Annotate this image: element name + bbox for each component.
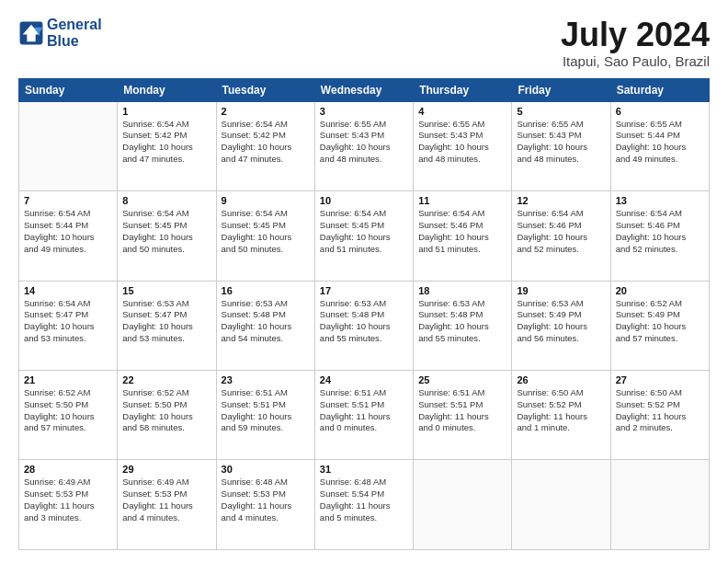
day-number: 21: [24, 374, 112, 385]
day-number: 29: [122, 464, 210, 475]
logo-text-line1: General: [47, 17, 102, 33]
day-info: Sunrise: 6:54 AM Sunset: 5:46 PM Dayligh…: [418, 208, 506, 255]
day-info: Sunrise: 6:54 AM Sunset: 5:42 PM Dayligh…: [122, 119, 210, 166]
table-row: 27Sunrise: 6:50 AM Sunset: 5:52 PM Dayli…: [610, 371, 709, 460]
day-number: 28: [24, 464, 112, 475]
table-row: 29Sunrise: 6:49 AM Sunset: 5:53 PM Dayli…: [118, 460, 216, 550]
col-saturday: Saturday: [610, 78, 709, 101]
day-number: 18: [418, 285, 506, 296]
table-row: 5Sunrise: 6:55 AM Sunset: 5:43 PM Daylig…: [512, 101, 610, 190]
day-number: 23: [222, 374, 310, 385]
table-row: 12Sunrise: 6:54 AM Sunset: 5:46 PM Dayli…: [512, 191, 610, 281]
day-number: 3: [320, 106, 408, 117]
day-info: Sunrise: 6:53 AM Sunset: 5:48 PM Dayligh…: [418, 298, 506, 345]
day-info: Sunrise: 6:50 AM Sunset: 5:52 PM Dayligh…: [517, 387, 605, 434]
day-info: Sunrise: 6:52 AM Sunset: 5:50 PM Dayligh…: [24, 387, 112, 434]
day-info: Sunrise: 6:48 AM Sunset: 5:53 PM Dayligh…: [222, 477, 310, 523]
day-number: 26: [517, 374, 605, 385]
day-number: 24: [320, 374, 408, 385]
day-info: Sunrise: 6:51 AM Sunset: 5:51 PM Dayligh…: [320, 387, 408, 434]
table-row: [610, 460, 709, 550]
day-info: Sunrise: 6:51 AM Sunset: 5:51 PM Dayligh…: [418, 387, 506, 434]
day-number: 7: [24, 195, 112, 206]
table-row: 23Sunrise: 6:51 AM Sunset: 5:51 PM Dayli…: [216, 371, 314, 460]
day-number: 9: [222, 195, 310, 206]
col-sunday: Sunday: [19, 78, 118, 101]
day-number: 25: [418, 374, 506, 385]
table-row: 8Sunrise: 6:54 AM Sunset: 5:45 PM Daylig…: [118, 191, 216, 281]
day-info: Sunrise: 6:52 AM Sunset: 5:49 PM Dayligh…: [616, 298, 704, 345]
col-wednesday: Wednesday: [314, 78, 413, 101]
table-row: 24Sunrise: 6:51 AM Sunset: 5:51 PM Dayli…: [314, 371, 413, 460]
day-info: Sunrise: 6:50 AM Sunset: 5:52 PM Dayligh…: [616, 387, 704, 434]
day-info: Sunrise: 6:54 AM Sunset: 5:45 PM Dayligh…: [122, 208, 210, 255]
day-info: Sunrise: 6:54 AM Sunset: 5:44 PM Dayligh…: [24, 208, 112, 255]
logo-icon: [18, 20, 44, 46]
day-number: 20: [616, 285, 704, 296]
day-number: 5: [517, 106, 605, 117]
table-row: 30Sunrise: 6:48 AM Sunset: 5:53 PM Dayli…: [216, 460, 314, 550]
col-tuesday: Tuesday: [216, 78, 314, 101]
table-row: 2Sunrise: 6:54 AM Sunset: 5:42 PM Daylig…: [216, 101, 314, 190]
day-number: 1: [122, 106, 210, 117]
day-number: 31: [320, 464, 408, 475]
table-row: 18Sunrise: 6:53 AM Sunset: 5:48 PM Dayli…: [414, 281, 512, 370]
day-info: Sunrise: 6:53 AM Sunset: 5:49 PM Dayligh…: [517, 298, 605, 345]
table-row: [19, 101, 118, 190]
day-number: 10: [320, 195, 408, 206]
col-friday: Friday: [512, 78, 610, 101]
table-row: 31Sunrise: 6:48 AM Sunset: 5:54 PM Dayli…: [314, 460, 413, 550]
header: General Blue July 2024 Itapui, Sao Paulo…: [18, 17, 710, 69]
day-info: Sunrise: 6:54 AM Sunset: 5:45 PM Dayligh…: [320, 208, 408, 255]
col-thursday: Thursday: [414, 78, 512, 101]
day-info: Sunrise: 6:54 AM Sunset: 5:42 PM Dayligh…: [222, 119, 310, 166]
table-row: 21Sunrise: 6:52 AM Sunset: 5:50 PM Dayli…: [19, 371, 118, 460]
day-number: 30: [222, 464, 310, 475]
page-title: July 2024: [561, 17, 710, 53]
table-row: 15Sunrise: 6:53 AM Sunset: 5:47 PM Dayli…: [118, 281, 216, 370]
day-info: Sunrise: 6:55 AM Sunset: 5:44 PM Dayligh…: [616, 119, 704, 166]
day-number: 4: [418, 106, 506, 117]
table-row: 9Sunrise: 6:54 AM Sunset: 5:45 PM Daylig…: [216, 191, 314, 281]
day-info: Sunrise: 6:53 AM Sunset: 5:47 PM Dayligh…: [122, 298, 210, 345]
table-row: [414, 460, 512, 550]
table-row: 14Sunrise: 6:54 AM Sunset: 5:47 PM Dayli…: [19, 281, 118, 370]
day-number: 27: [616, 374, 704, 385]
table-row: 4Sunrise: 6:55 AM Sunset: 5:43 PM Daylig…: [414, 101, 512, 190]
table-row: 3Sunrise: 6:55 AM Sunset: 5:43 PM Daylig…: [314, 101, 413, 190]
table-row: 25Sunrise: 6:51 AM Sunset: 5:51 PM Dayli…: [414, 371, 512, 460]
day-number: 15: [122, 285, 210, 296]
table-row: 7Sunrise: 6:54 AM Sunset: 5:44 PM Daylig…: [19, 191, 118, 281]
table-row: 10Sunrise: 6:54 AM Sunset: 5:45 PM Dayli…: [314, 191, 413, 281]
day-info: Sunrise: 6:54 AM Sunset: 5:46 PM Dayligh…: [616, 208, 704, 255]
table-row: 19Sunrise: 6:53 AM Sunset: 5:49 PM Dayli…: [512, 281, 610, 370]
day-number: 2: [222, 106, 310, 117]
calendar-header-row: Sunday Monday Tuesday Wednesday Thursday…: [19, 78, 710, 101]
day-info: Sunrise: 6:54 AM Sunset: 5:45 PM Dayligh…: [222, 208, 310, 255]
day-number: 12: [517, 195, 605, 206]
day-info: Sunrise: 6:49 AM Sunset: 5:53 PM Dayligh…: [24, 477, 112, 523]
day-info: Sunrise: 6:55 AM Sunset: 5:43 PM Dayligh…: [517, 119, 605, 166]
day-info: Sunrise: 6:52 AM Sunset: 5:50 PM Dayligh…: [122, 387, 210, 434]
table-row: 20Sunrise: 6:52 AM Sunset: 5:49 PM Dayli…: [610, 281, 709, 370]
day-info: Sunrise: 6:53 AM Sunset: 5:48 PM Dayligh…: [222, 298, 310, 345]
day-number: 22: [122, 374, 210, 385]
day-number: 19: [517, 285, 605, 296]
day-info: Sunrise: 6:49 AM Sunset: 5:53 PM Dayligh…: [122, 477, 210, 523]
table-row: 13Sunrise: 6:54 AM Sunset: 5:46 PM Dayli…: [610, 191, 709, 281]
day-number: 13: [616, 195, 704, 206]
table-row: 22Sunrise: 6:52 AM Sunset: 5:50 PM Dayli…: [118, 371, 216, 460]
table-row: 16Sunrise: 6:53 AM Sunset: 5:48 PM Dayli…: [216, 281, 314, 370]
col-monday: Monday: [118, 78, 216, 101]
table-row: [512, 460, 610, 550]
title-block: July 2024 Itapui, Sao Paulo, Brazil: [561, 17, 710, 69]
day-number: 16: [222, 285, 310, 296]
day-info: Sunrise: 6:54 AM Sunset: 5:47 PM Dayligh…: [24, 298, 112, 345]
table-row: 1Sunrise: 6:54 AM Sunset: 5:42 PM Daylig…: [118, 101, 216, 190]
day-number: 11: [418, 195, 506, 206]
table-row: 6Sunrise: 6:55 AM Sunset: 5:44 PM Daylig…: [610, 101, 709, 190]
day-info: Sunrise: 6:51 AM Sunset: 5:51 PM Dayligh…: [222, 387, 310, 434]
day-info: Sunrise: 6:53 AM Sunset: 5:48 PM Dayligh…: [320, 298, 408, 345]
day-number: 6: [616, 106, 704, 117]
day-info: Sunrise: 6:55 AM Sunset: 5:43 PM Dayligh…: [418, 119, 506, 166]
